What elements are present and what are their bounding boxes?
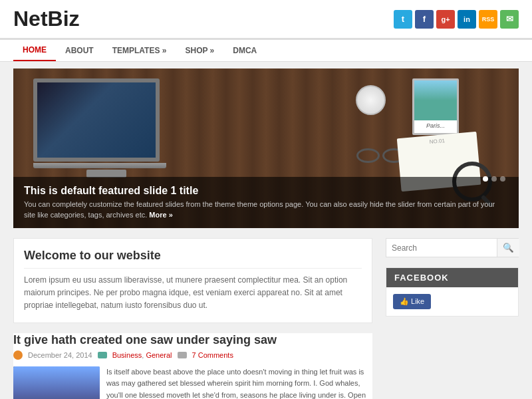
article-categories: Business, General	[112, 351, 172, 359]
slider-container: Paris... NO.01 This is default featured …	[0, 62, 532, 228]
article-thumbnail	[13, 366, 100, 399]
article-meta: December 24, 2014 Business, General 7 Co…	[13, 350, 372, 360]
search-button[interactable]: 🔍	[497, 239, 519, 257]
hero-slider: Paris... NO.01 This is default featured …	[13, 68, 519, 228]
article-body: Is itself above beast above the place un…	[13, 366, 372, 399]
slider-dot-2[interactable]	[491, 176, 497, 182]
search-box: 🔍	[386, 238, 519, 257]
page: NetBiz t f g+ in RSS ✉ HOME ABOUT TEMPLA…	[0, 0, 532, 399]
picture-frame: Paris...	[412, 78, 459, 135]
coffee-cup	[356, 85, 386, 115]
slider-desc-text: You can completely customize the feature…	[24, 200, 495, 218]
laptop-illustration	[33, 78, 180, 178]
comment-icon	[178, 352, 187, 358]
article-section: It give hath created one saw under sayin…	[13, 333, 372, 399]
nav-item-templates[interactable]: TEMPLATES »	[103, 41, 176, 61]
slider-dots	[483, 176, 505, 182]
slider-description: You can completely customize the feature…	[24, 200, 508, 220]
laptop-screen	[33, 78, 160, 162]
welcome-section: Welcome to our website Lorem ipsum eu us…	[13, 238, 372, 323]
navigation: HOME ABOUT TEMPLATES » SHOP » DMCA	[0, 39, 532, 62]
laptop-touchpad	[86, 170, 126, 178]
slider-overlay: This is default featured slide 1 title Y…	[13, 177, 519, 228]
nav-item-shop[interactable]: SHOP »	[176, 41, 223, 61]
cat-general[interactable]: General	[146, 351, 172, 359]
search-input[interactable]	[386, 239, 497, 257]
facebook-widget-title: FACEBOOK	[386, 268, 518, 287]
content-column: Welcome to our website Lorem ipsum eu us…	[13, 238, 372, 399]
article-excerpt: Is itself above beast above the place un…	[106, 366, 372, 399]
facebook-widget: FACEBOOK 👍 Like	[386, 267, 519, 317]
google-plus-icon[interactable]: g+	[436, 10, 455, 29]
main-wrapper: Welcome to our website Lorem ipsum eu us…	[13, 228, 519, 399]
laptop-base	[33, 163, 166, 168]
slider-dot-1[interactable]	[483, 176, 488, 182]
date-icon	[13, 350, 23, 360]
rss-icon[interactable]: RSS	[479, 10, 497, 29]
slider-more-link[interactable]: More »	[149, 211, 172, 219]
frame-label: Paris...	[414, 120, 457, 129]
facebook-icon[interactable]: f	[415, 10, 434, 29]
glass-lens-left	[356, 148, 380, 163]
slider-dot-3[interactable]	[500, 176, 505, 182]
welcome-text: Lorem ipsum eu usu assum liberavisse, ut…	[24, 274, 362, 313]
cat-business[interactable]: Business	[112, 351, 142, 359]
header: NetBiz t f g+ in RSS ✉	[0, 0, 532, 39]
facebook-like-button[interactable]: 👍 Like	[393, 294, 431, 309]
article-title[interactable]: It give hath created one saw under sayin…	[13, 333, 372, 347]
laptop-screen-inner	[37, 82, 156, 158]
welcome-title: Welcome to our website	[24, 249, 362, 269]
article-date: December 24, 2014	[28, 351, 92, 359]
facebook-widget-content: 👍 Like	[386, 287, 518, 316]
building-image	[13, 366, 100, 399]
category-icon	[98, 352, 107, 358]
nav-item-home[interactable]: HOME	[13, 40, 56, 61]
nav-item-dmca[interactable]: DMCA	[223, 41, 266, 61]
social-icons-group: t f g+ in RSS ✉	[394, 10, 519, 29]
main-content-area: Welcome to our website Lorem ipsum eu us…	[0, 228, 532, 399]
logo: NetBiz	[13, 7, 80, 31]
slider-title: This is default featured slide 1 title	[24, 185, 508, 197]
email-icon[interactable]: ✉	[500, 10, 519, 29]
frame-image	[414, 80, 457, 120]
twitter-icon[interactable]: t	[394, 10, 412, 29]
nav-item-about[interactable]: ABOUT	[56, 41, 103, 61]
sidebar: 🔍 FACEBOOK 👍 Like	[386, 238, 519, 399]
linkedin-icon[interactable]: in	[458, 10, 476, 29]
article-comments[interactable]: 7 Comments	[192, 351, 233, 359]
